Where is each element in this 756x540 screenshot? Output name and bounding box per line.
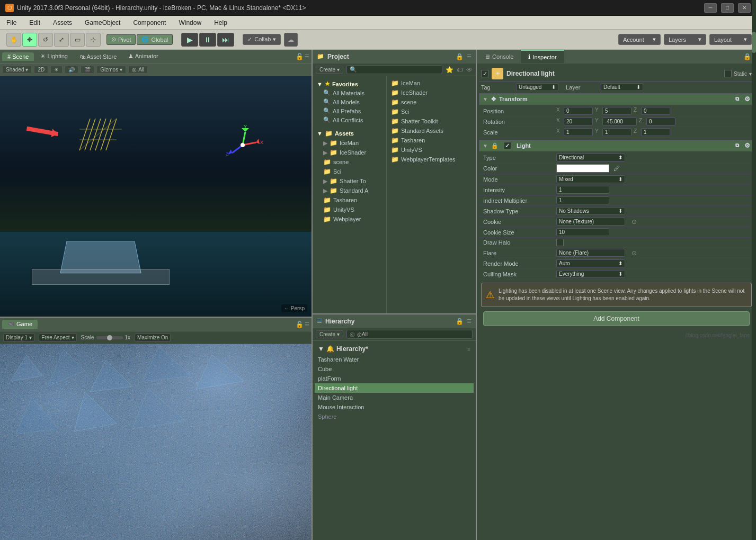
layer-select[interactable]: Default ⬍: [601, 83, 643, 91]
tree-standard[interactable]: ▶ 📁 Standard A: [315, 186, 384, 195]
add-component-button[interactable]: Add Component: [483, 311, 750, 326]
scale-z-input[interactable]: [641, 128, 670, 136]
scene-menu-icon[interactable]: ☰: [305, 53, 309, 59]
pivot-button[interactable]: ⊙ Pivot: [106, 34, 136, 45]
hier-main-camera[interactable]: Main Camera: [315, 393, 474, 402]
copy-icon[interactable]: ⧉: [735, 96, 739, 102]
transform-tool[interactable]: ⊹: [86, 33, 101, 47]
hier-cube[interactable]: Cube: [315, 364, 474, 374]
mode-select[interactable]: Mixed ⬍: [556, 175, 625, 183]
rotation-y-input[interactable]: [602, 118, 637, 125]
tree-iceshader[interactable]: ▶ 📁 IceShader: [315, 148, 384, 157]
light-copy-icon[interactable]: ⧉: [735, 142, 739, 149]
aspect-select[interactable]: Free Aspect ▾: [39, 334, 76, 341]
hier-platform[interactable]: platForm: [315, 374, 474, 383]
cookie-target-icon[interactable]: ⊙: [632, 218, 637, 226]
project-menu-icon[interactable]: ☰: [467, 53, 472, 59]
scale-y-input[interactable]: [602, 128, 632, 136]
menu-help[interactable]: Help: [212, 18, 229, 28]
global-button[interactable]: 🌐 Global: [137, 34, 173, 45]
hierarchy-menu-icon[interactable]: ☰: [467, 318, 472, 324]
gizmos-select[interactable]: Gizmos ▾: [96, 66, 126, 74]
tab-inspector[interactable]: ℹ Inspector: [521, 50, 564, 63]
position-y-input[interactable]: [602, 107, 632, 115]
cloud-button[interactable]: ☁: [284, 33, 298, 47]
tab-lighting[interactable]: ☀ Lighting: [35, 52, 73, 61]
scene-lock-icon[interactable]: 🔓: [296, 53, 304, 60]
transform-section[interactable]: ▼ ✥ Transform ⧉ ⚙: [479, 93, 754, 105]
audio-toggle[interactable]: 🔊: [65, 66, 78, 74]
project-lock-icon[interactable]: 🔒: [456, 53, 464, 60]
position-z-input[interactable]: [641, 107, 670, 115]
fav-all-materials[interactable]: 🔍 All Materials: [315, 88, 384, 97]
flare-target-icon[interactable]: ⊙: [632, 249, 637, 257]
asset-iceman[interactable]: 📁 IceMan: [389, 78, 474, 88]
color-swatch[interactable]: [556, 164, 609, 173]
scale-tool[interactable]: ⤢: [54, 33, 69, 47]
tab-console[interactable]: 🖥 Console: [477, 50, 521, 63]
shadow-select[interactable]: No Shadows ⬍: [556, 207, 625, 215]
rotation-z-input[interactable]: [646, 118, 675, 125]
asset-sci[interactable]: 📁 Sci: [389, 107, 474, 116]
collab-button[interactable]: ✓ Collab ▾: [243, 34, 280, 45]
scale-x-input[interactable]: [564, 128, 593, 136]
tab-game[interactable]: 🎮 Game: [2, 320, 38, 329]
maximize-toggle[interactable]: Maximize On: [135, 334, 171, 341]
component-enabled-checkbox[interactable]: ✓: [481, 70, 488, 77]
tree-iceman[interactable]: ▶ 📁 IceMan: [315, 138, 384, 148]
hier-mouse-interaction[interactable]: Mouse Interaction: [315, 402, 474, 412]
layout-dropdown[interactable]: Layout ▾: [709, 34, 752, 45]
hierarchy-search-field[interactable]: ◎ ◎All: [346, 330, 473, 339]
effects-select[interactable]: 🎬: [81, 66, 94, 74]
lighting-toggle[interactable]: ☀: [50, 66, 63, 74]
2d-button[interactable]: 2D: [34, 66, 48, 74]
render-mode-select[interactable]: Auto ⬍: [556, 259, 625, 267]
rotation-x-input[interactable]: [564, 118, 593, 125]
rotate-tool[interactable]: ↺: [38, 33, 53, 47]
culling-select[interactable]: Everything ⬍: [556, 270, 625, 278]
inspector-lock-icon[interactable]: 🔒: [743, 53, 751, 60]
bookmark-icon[interactable]: 🏷: [457, 66, 463, 74]
tree-webplayer[interactable]: 📁 Webplayer: [315, 214, 384, 224]
light-gear-icon[interactable]: ⚙: [744, 142, 750, 149]
project-search-field[interactable]: 🔍: [346, 65, 442, 74]
intensity-input[interactable]: [556, 186, 609, 194]
layers-dropdown[interactable]: Layers ▾: [664, 34, 706, 45]
restore-button[interactable]: □: [721, 3, 734, 13]
tree-unityvs[interactable]: 📁 UnityVS: [315, 205, 384, 214]
hand-tool[interactable]: ✋: [6, 33, 21, 47]
asset-webplayer[interactable]: 📁 WebplayerTemplates: [389, 155, 474, 164]
light-section[interactable]: ▼ 🔒 ✓ Light ⧉ ⚙: [479, 140, 754, 151]
window-controls[interactable]: ─ □ ✕: [704, 3, 751, 13]
asset-standard-assets[interactable]: 📁 Standard Assets: [389, 126, 474, 136]
tab-scene[interactable]: # Scene: [2, 52, 34, 61]
project-create-button[interactable]: Create ▾: [316, 66, 343, 74]
project-search-input[interactable]: [359, 67, 439, 73]
asset-shatter-toolkit[interactable]: 📁 Shatter Toolkit: [389, 116, 474, 126]
cookie-select[interactable]: None (Texture): [556, 218, 625, 226]
menu-file[interactable]: File: [4, 18, 19, 28]
hierarchy-create-button[interactable]: Create ▾: [316, 330, 343, 338]
tree-shatter[interactable]: ▶ 📁 Shatter To: [315, 176, 384, 186]
scale-slider[interactable]: [96, 336, 123, 339]
eye-icon[interactable]: 👁: [466, 66, 473, 74]
tree-scene[interactable]: 📁 scene: [315, 157, 384, 167]
asset-scene[interactable]: 📁 scene: [389, 97, 474, 107]
account-dropdown[interactable]: Account ▾: [618, 34, 661, 45]
hierarchy-lock-icon[interactable]: 🔒: [456, 318, 464, 325]
hier-directional-light[interactable]: Directional light: [315, 383, 474, 393]
draw-halo-checkbox[interactable]: [556, 239, 564, 246]
gear-icon[interactable]: ⚙: [744, 95, 750, 103]
menu-assets[interactable]: Assets: [51, 18, 74, 28]
cookie-size-input[interactable]: [556, 228, 609, 236]
filter-all[interactable]: ◎All: [128, 66, 148, 74]
tab-animator[interactable]: ♟ Animator: [123, 52, 163, 61]
color-picker-icon[interactable]: 🖊: [613, 165, 620, 172]
flare-select[interactable]: None (Flare): [556, 249, 625, 257]
menu-window[interactable]: Window: [176, 18, 203, 28]
display-select[interactable]: Display 1 ▾: [3, 334, 34, 341]
fav-all-conflicts[interactable]: 🔍 All Conflicts: [315, 115, 384, 124]
rect-tool[interactable]: ▭: [70, 33, 85, 47]
tree-tasharen[interactable]: 📁 Tasharen: [315, 195, 384, 205]
shading-mode-select[interactable]: Shaded ▾: [2, 66, 32, 74]
